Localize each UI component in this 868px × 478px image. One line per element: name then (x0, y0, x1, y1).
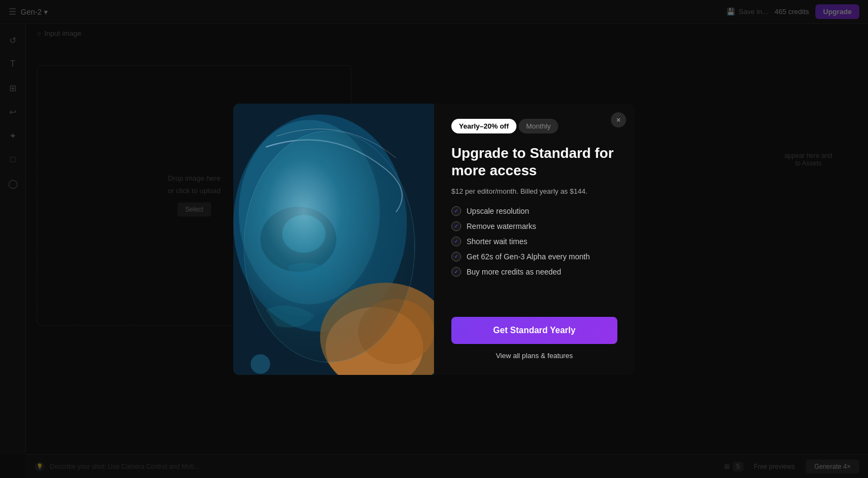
feature-label-0: Upscale resolution (467, 207, 529, 215)
svg-point-7 (358, 299, 434, 364)
feature-label-4: Buy more credits as needed (467, 267, 561, 276)
check-icon-4: ✓ (451, 267, 461, 277)
feature-item-2: ✓ Shorter wait times (451, 237, 617, 246)
feature-label-3: Get 62s of Gen-3 Alpha every month (467, 252, 590, 261)
check-icon-1: ✓ (451, 221, 461, 231)
svg-point-3 (260, 207, 336, 272)
feature-item-4: ✓ Buy more credits as needed (451, 267, 617, 277)
check-icon-0: ✓ (451, 206, 461, 216)
svg-point-2 (239, 120, 380, 304)
modal-headline: Upgrade to Standard for more access (451, 144, 617, 180)
get-standard-yearly-button[interactable]: Get Standard Yearly (451, 317, 617, 344)
modal-decorative-image (233, 104, 434, 375)
features-list: ✓ Upscale resolution ✓ Remove watermarks… (451, 206, 617, 277)
modal-image-panel (233, 104, 434, 375)
feature-label-2: Shorter wait times (467, 237, 527, 246)
monthly-toggle-button[interactable]: Monthly (519, 119, 559, 133)
billing-toggle: Yearly–20% off Monthly (451, 119, 617, 133)
feature-item-3: ✓ Get 62s of Gen-3 Alpha every month (451, 252, 617, 262)
modal-overlay: × Yearly–20% off Monthly Upgrade to Stan… (0, 0, 868, 478)
modal-content-panel: × Yearly–20% off Monthly Upgrade to Stan… (434, 104, 635, 375)
modal-price-text: $12 per editor/month. Billed yearly as $… (451, 187, 617, 195)
view-all-plans-link[interactable]: View all plans & features (451, 352, 617, 360)
check-icon-3: ✓ (451, 252, 461, 262)
feature-item-1: ✓ Remove watermarks (451, 221, 617, 231)
yearly-toggle-button[interactable]: Yearly–20% off (451, 119, 516, 133)
check-icon-2: ✓ (451, 237, 461, 246)
feature-item-0: ✓ Upscale resolution (451, 206, 617, 216)
feature-label-1: Remove watermarks (467, 222, 536, 231)
svg-point-8 (251, 354, 270, 374)
upgrade-modal: × Yearly–20% off Monthly Upgrade to Stan… (233, 104, 635, 375)
svg-point-4 (282, 215, 326, 253)
close-button[interactable]: × (611, 112, 626, 128)
